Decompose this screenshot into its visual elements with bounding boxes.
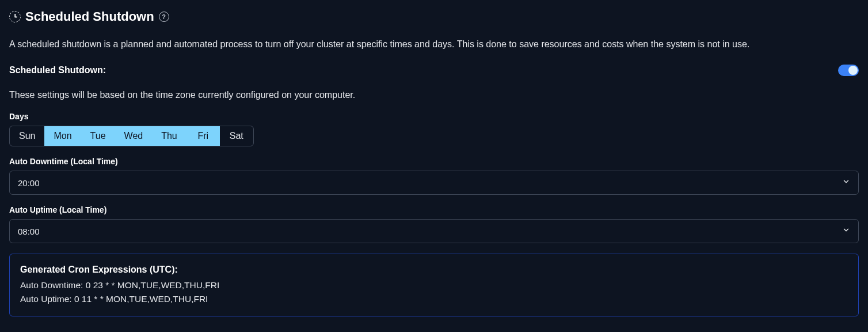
auto-uptime-group: Auto Uptime (Local Time) 08:00 xyxy=(9,205,859,243)
days-selector: SunMonTueWedThuFriSat xyxy=(9,126,254,146)
page-header: Scheduled Shutdown ? xyxy=(9,9,859,24)
auto-uptime-select[interactable]: 08:00 xyxy=(9,219,859,243)
toggle-label: Scheduled Shutdown: xyxy=(9,65,106,76)
auto-downtime-group: Auto Downtime (Local Time) 20:00 xyxy=(9,157,859,195)
scheduled-shutdown-toggle[interactable] xyxy=(838,65,859,76)
day-button-tue[interactable]: Tue xyxy=(81,126,115,146)
page-title: Scheduled Shutdown xyxy=(25,9,154,24)
toggle-knob xyxy=(848,66,858,75)
auto-downtime-value: 20:00 xyxy=(18,178,40,188)
day-button-fri[interactable]: Fri xyxy=(186,126,220,146)
cron-uptime-line: Auto Uptime: 0 11 * * MON,TUE,WED,THU,FR… xyxy=(20,292,848,305)
day-button-mon[interactable]: Mon xyxy=(44,126,81,146)
chevron-down-icon xyxy=(842,226,850,236)
clock-icon xyxy=(9,11,21,22)
days-label: Days xyxy=(9,112,859,121)
description-text: A scheduled shutdown is a planned and au… xyxy=(9,38,859,51)
toggle-row: Scheduled Shutdown: xyxy=(9,65,859,76)
chevron-down-icon xyxy=(842,178,850,188)
auto-uptime-value: 08:00 xyxy=(18,227,40,236)
day-button-wed[interactable]: Wed xyxy=(115,126,153,146)
cron-downtime-line: Auto Downtime: 0 23 * * MON,TUE,WED,THU,… xyxy=(20,278,848,292)
cron-expressions-box: Generated Cron Expressions (UTC): Auto D… xyxy=(9,254,859,316)
auto-downtime-select[interactable]: 20:00 xyxy=(9,171,859,195)
timezone-note: These settings will be based on the time… xyxy=(9,90,859,100)
auto-uptime-label: Auto Uptime (Local Time) xyxy=(9,205,859,214)
cron-title: Generated Cron Expressions (UTC): xyxy=(20,265,848,275)
day-button-thu[interactable]: Thu xyxy=(152,126,186,146)
auto-downtime-label: Auto Downtime (Local Time) xyxy=(9,157,859,166)
day-button-sun[interactable]: Sun xyxy=(10,126,44,146)
help-icon[interactable]: ? xyxy=(159,12,169,22)
day-button-sat[interactable]: Sat xyxy=(220,126,253,146)
